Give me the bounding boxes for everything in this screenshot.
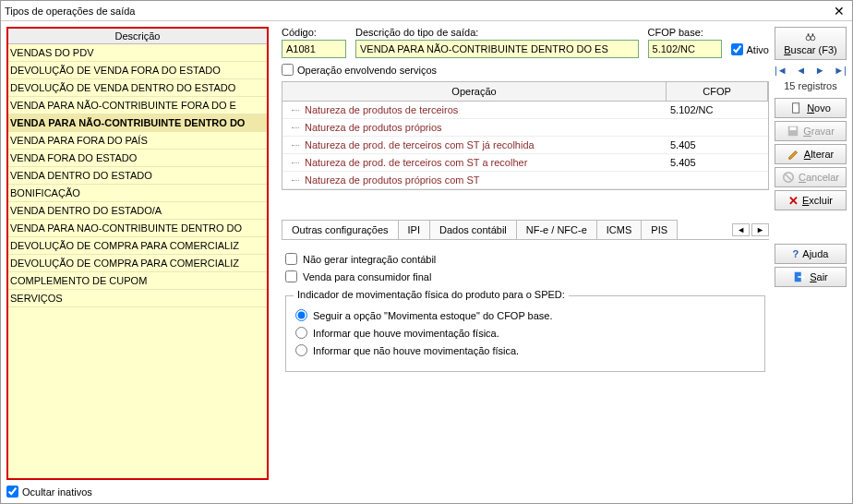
- tab-outras-configura-es[interactable]: Outras configurações: [282, 220, 399, 239]
- window-title: Tipos de operações de saída: [5, 6, 830, 17]
- cancelar-button[interactable]: Cancelar: [775, 167, 847, 187]
- table-row[interactable]: Natureza de prod. de terceiros com ST a …: [282, 154, 768, 172]
- list-item[interactable]: VENDA DENTRO DO ESTADO/A: [8, 202, 267, 220]
- sped-radio-houve-input[interactable]: [295, 327, 307, 339]
- sped-radio-seguir[interactable]: Seguir a opção "Movimenta estoque" do CF…: [295, 309, 755, 321]
- list-item[interactable]: DEVOLUÇÃO DE COMPRA PARA COMERCIALIZ: [8, 255, 267, 272]
- cancel-icon: [782, 171, 795, 184]
- sair-label: Sair: [810, 271, 828, 282]
- venda-consumidor-final-checkbox[interactable]: Venda para consumidor final: [285, 270, 765, 282]
- excluir-button[interactable]: ✕ Excluir: [775, 190, 847, 210]
- list-item[interactable]: VENDA PARA NAO-CONTRIBUINTE DENTRO DO: [8, 220, 267, 237]
- sped-legend: Indicador de movimentação física do prod…: [294, 289, 569, 300]
- list-item[interactable]: SERVIÇOS: [8, 290, 267, 307]
- buscar-label: Buscar (F3): [784, 44, 836, 55]
- delete-x-icon: ✕: [788, 194, 799, 208]
- sped-radio-nao-houve[interactable]: Informar que não houve movimentação físi…: [295, 344, 755, 356]
- tab-scroll-nav: ◄ ►: [732, 223, 769, 236]
- svg-point-1: [811, 36, 815, 41]
- list-item[interactable]: BONIFICAÇÃO: [8, 185, 267, 202]
- list-item[interactable]: VENDA PARA NÃO-CONTRIBUINTE FORA DO E: [8, 97, 267, 114]
- servicos-input[interactable]: [282, 64, 294, 76]
- close-icon[interactable]: ✕: [830, 4, 848, 18]
- cfop-input[interactable]: [648, 40, 722, 58]
- tab-scroll-right-icon[interactable]: ►: [751, 223, 769, 236]
- record-count: 15 registros: [775, 80, 847, 91]
- nao-gerar-integracao-input[interactable]: [285, 253, 297, 265]
- servicos-checkbox[interactable]: Operação envolvendo serviços: [282, 64, 769, 76]
- table-row[interactable]: Natureza de produtos próprios com ST: [282, 172, 768, 189]
- novo-button[interactable]: Novo: [775, 98, 847, 118]
- svg-rect-3: [812, 33, 814, 35]
- top-fields-row: Código: Descrição do tipo de saída: CFOP…: [282, 27, 769, 58]
- excluir-label: Excluir: [802, 195, 833, 206]
- buscar-button[interactable]: Buscar (F3): [775, 27, 847, 60]
- grid-cell-operacao: Natureza de produtos próprios: [282, 119, 667, 136]
- nav-first-icon[interactable]: |◄: [775, 65, 787, 76]
- ocultar-inativos-checkbox[interactable]: Ocultar inativos: [6, 486, 269, 498]
- codigo-field: Código:: [282, 27, 346, 58]
- config-tabs: Outras configuraçõesIPIDados contábilNF-…: [282, 220, 769, 240]
- list-item[interactable]: DEVOLUÇÃO DE COMPRA PARA COMERCIALIZ: [8, 237, 267, 255]
- alterar-label: Alterar: [804, 149, 834, 160]
- sair-button[interactable]: Sair: [775, 267, 847, 287]
- codigo-input[interactable]: [282, 40, 346, 58]
- gravar-button[interactable]: Gravar: [775, 121, 847, 141]
- grid-cell-cfop: [667, 172, 768, 188]
- body: Descrição VENDAS DO PDVDEVOLUÇÃO DE VEND…: [1, 21, 852, 503]
- sped-radio-nao-houve-label: Informar que não houve movimentação físi…: [313, 345, 519, 356]
- svg-rect-2: [808, 33, 810, 35]
- tab-nf-e-nfc-e[interactable]: NF-e / NFC-e: [516, 220, 597, 239]
- list-item[interactable]: VENDA DENTRO DO ESTADO: [8, 167, 267, 185]
- nav-last-icon[interactable]: ►|: [834, 65, 847, 76]
- codigo-label: Código:: [282, 27, 346, 38]
- sped-radio-seguir-input[interactable]: [295, 309, 307, 321]
- list-item[interactable]: VENDA PARA NÃO-CONTRIBUINTE DENTRO DO: [8, 114, 267, 132]
- ativo-input[interactable]: [731, 43, 743, 55]
- nav-next-icon[interactable]: ►: [815, 65, 825, 76]
- ocultar-inativos-label: Ocultar inativos: [22, 486, 92, 498]
- sped-radio-nao-houve-input[interactable]: [295, 344, 307, 356]
- nav-prev-icon[interactable]: ◄: [796, 65, 806, 76]
- descricao-field: Descrição do tipo de saída:: [355, 27, 639, 58]
- tab-pis[interactable]: PIS: [641, 220, 678, 239]
- alterar-button[interactable]: Alterar: [775, 144, 847, 164]
- nao-gerar-integracao-label: Não gerar integração contábil: [303, 254, 436, 265]
- grid-col-operacao: Operação: [282, 82, 667, 101]
- tab-icms[interactable]: ICMS: [596, 220, 643, 239]
- edit-icon: [787, 148, 800, 161]
- table-row[interactable]: Natureza de produtos de terceiros5.102/N…: [282, 102, 768, 119]
- sped-radio-houve[interactable]: Informar que houve movimentação física.: [295, 327, 755, 339]
- novo-label: Novo: [807, 102, 831, 114]
- save-icon: [787, 125, 799, 138]
- new-file-icon: [790, 102, 803, 114]
- tab-dados-cont-bil[interactable]: Dados contábil: [429, 220, 517, 239]
- ativo-checkbox[interactable]: Ativo: [731, 43, 769, 58]
- list-item[interactable]: VENDAS DO PDV: [8, 44, 267, 62]
- list-item[interactable]: DEVOLUÇÃO DE VENDA FORA DO ESTADO: [8, 62, 267, 79]
- grid-cell-cfop: 5.405: [667, 154, 768, 171]
- nao-gerar-integracao-checkbox[interactable]: Não gerar integração contábil: [285, 253, 765, 265]
- table-row[interactable]: Natureza de prod. de terceiros com ST já…: [282, 137, 768, 154]
- venda-consumidor-final-input[interactable]: [285, 270, 297, 282]
- list-item[interactable]: DEVOLUÇÃO DE VENDA DENTRO DO ESTADO: [8, 79, 267, 97]
- grid-cell-operacao: Natureza de prod. de terceiros com ST a …: [282, 154, 667, 171]
- list-item[interactable]: COMPLEMENTO DE CUPOM: [8, 272, 267, 290]
- list-item[interactable]: VENDA FORA DO ESTADO: [8, 150, 267, 167]
- table-row[interactable]: Natureza de produtos próprios: [282, 119, 768, 137]
- tab-scroll-left-icon[interactable]: ◄: [732, 223, 750, 236]
- tab-ipi[interactable]: IPI: [398, 220, 430, 239]
- grid-cell-operacao: Natureza de produtos de terceiros: [282, 102, 667, 118]
- svg-point-0: [806, 36, 811, 41]
- sped-radio-houve-label: Informar que houve movimentação física.: [313, 328, 499, 339]
- svg-rect-4: [793, 103, 799, 114]
- descricao-input[interactable]: [355, 40, 639, 58]
- sped-radio-seguir-label: Seguir a opção "Movimenta estoque" do CF…: [313, 310, 553, 321]
- ativo-label: Ativo: [747, 44, 769, 55]
- list-item[interactable]: VENDA PARA FORA DO PAÍS: [8, 132, 267, 150]
- servicos-label: Operação envolvendo serviços: [297, 65, 437, 76]
- ocultar-inativos-input[interactable]: [6, 486, 18, 498]
- description-list: Descrição VENDAS DO PDVDEVOLUÇÃO DE VEND…: [6, 27, 269, 480]
- grid-cell-cfop: 5.405: [667, 137, 768, 153]
- ajuda-button[interactable]: ? Ajuda: [775, 244, 847, 264]
